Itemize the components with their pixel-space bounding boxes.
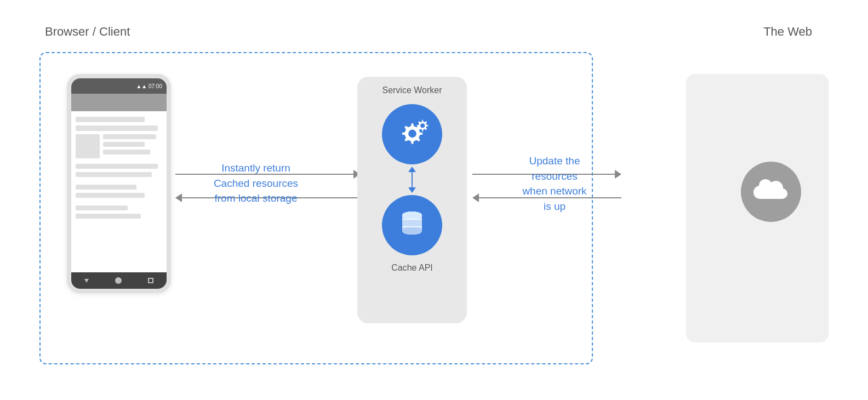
service-worker-label: Service Worker — [382, 85, 442, 95]
content-line — [103, 150, 150, 155]
back-button-icon — [84, 279, 89, 283]
annotation-line7: is up — [544, 201, 566, 212]
phone-mockup: ▲▲ 07:00 — [67, 74, 171, 293]
content-line — [76, 185, 136, 190]
cache-api-label: Cache API — [391, 263, 433, 273]
network-annotation: Update the resources when network is up — [492, 153, 618, 214]
content-block — [76, 134, 100, 158]
content-line — [76, 193, 145, 198]
annotation-line6: when network — [522, 185, 586, 197]
arrow-up-icon — [408, 167, 416, 172]
svg-point-0 — [408, 129, 416, 138]
vertical-double-arrow — [408, 164, 416, 195]
gear-icon — [395, 117, 430, 152]
content-row — [76, 134, 162, 158]
svg-point-16 — [402, 227, 422, 235]
content-lines — [103, 134, 162, 158]
cache-annotation: Instantly return Cached resources from l… — [193, 161, 319, 206]
arrow-line — [412, 172, 413, 187]
phone-toolbar — [71, 94, 167, 111]
service-worker-box: Service Worker — [357, 77, 467, 323]
gear-circle — [382, 104, 442, 164]
home-button-icon — [115, 277, 122, 284]
annotation-line3: from local storage — [214, 192, 297, 204]
svg-point-14 — [402, 212, 422, 219]
svg-point-1 — [420, 123, 425, 128]
database-icon — [395, 208, 430, 243]
annotation-line4: Update the — [529, 155, 580, 167]
content-line — [103, 134, 156, 139]
content-line — [76, 164, 158, 169]
database-circle — [382, 195, 442, 255]
the-web-label: The Web — [763, 25, 812, 39]
svg-point-15 — [402, 219, 422, 227]
browser-client-label: Browser / Client — [45, 25, 130, 39]
phone-status-bar: ▲▲ 07:00 — [71, 78, 167, 94]
cloud-circle — [741, 162, 801, 222]
arrow-head — [472, 193, 479, 202]
annotation-line1: Instantly return — [221, 162, 290, 174]
status-icons: ▲▲ 07:00 — [136, 83, 162, 89]
content-line — [76, 205, 128, 210]
arrow-down-icon — [408, 187, 416, 193]
recents-button-icon — [148, 278, 153, 283]
annotation-line5: resources — [532, 170, 577, 182]
diagram-container: Browser / Client The Web ▲▲ 07:00 — [23, 14, 845, 386]
content-line — [76, 214, 141, 219]
content-line — [103, 142, 145, 147]
annotation-line2: Cached resources — [214, 178, 298, 189]
cloud-icon — [752, 178, 790, 205]
arrow-head — [175, 193, 182, 202]
phone-nav-bar — [71, 272, 167, 289]
content-line — [76, 125, 158, 131]
content-line — [76, 172, 152, 177]
phone-content — [71, 111, 167, 272]
content-line — [76, 117, 145, 122]
